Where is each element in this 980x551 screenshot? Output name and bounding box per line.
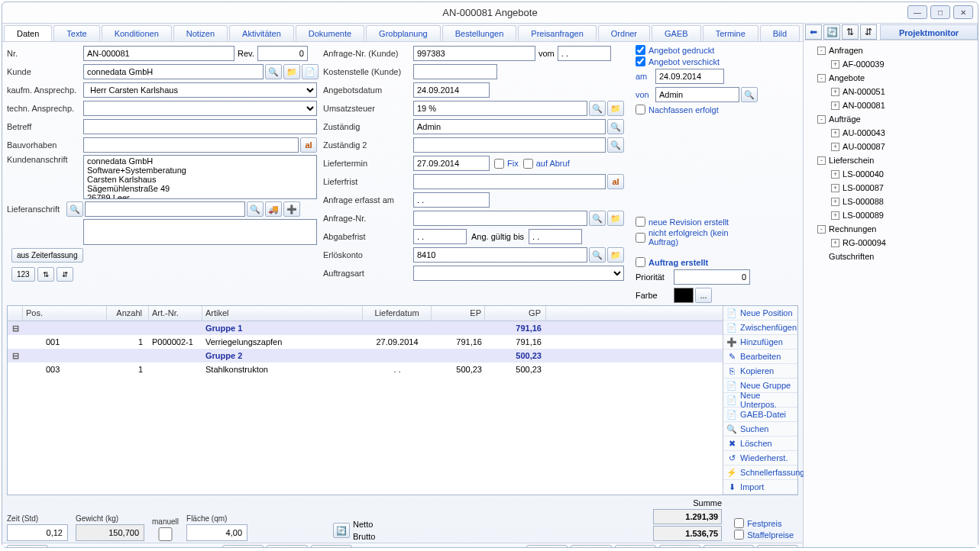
- tree-node[interactable]: -Angebote: [808, 71, 973, 85]
- tree-node[interactable]: +AF-000039: [808, 57, 973, 71]
- folder-icon4[interactable]: 📁: [607, 247, 624, 263]
- wiedervorlage-button[interactable]: 📅Wiedervorlage: [703, 545, 754, 547]
- search-icon5[interactable]: 🔍: [607, 137, 624, 153]
- grid-action-l-schen[interactable]: ✖Löschen: [723, 437, 797, 451]
- zeit-field[interactable]: [7, 524, 68, 541]
- lieferanschr-text[interactable]: [83, 219, 317, 245]
- anfragenr-field[interactable]: [413, 211, 587, 226]
- grid-action-schnellerfassung[interactable]: ⚡Schnellerfassung: [723, 466, 797, 480]
- angebot-gedruckt-checkbox[interactable]: [636, 45, 645, 55]
- aus-zeiterfassung-button[interactable]: aus Zeiterfassung: [11, 248, 83, 263]
- prioritaet-field[interactable]: [674, 269, 750, 285]
- minimize-button[interactable]: —: [907, 5, 927, 19]
- erloeskonto-field[interactable]: [413, 247, 587, 263]
- aufgabe-button[interactable]: 📅Aufgabe: [757, 545, 798, 547]
- grid-action-gaeb-datei[interactable]: 📄GAEB-Datei: [723, 408, 797, 422]
- anggueltig-field[interactable]: [529, 229, 582, 244]
- search-icon3[interactable]: 🔍: [589, 101, 606, 116]
- rev-field[interactable]: [257, 46, 308, 61]
- nachfassen-checkbox[interactable]: [636, 105, 645, 114]
- tree-node[interactable]: +LS-000040: [808, 167, 973, 181]
- manuell-checkbox[interactable]: [152, 527, 179, 541]
- text-icon2[interactable]: aI: [607, 174, 624, 189]
- ok-button[interactable]: ✔OK: [222, 545, 264, 547]
- add-icon[interactable]: ➕: [283, 201, 300, 217]
- auftrag-erstellt-checkbox[interactable]: [636, 257, 645, 267]
- liefertermin-field[interactable]: [413, 156, 490, 171]
- tab-texte[interactable]: Texte: [53, 25, 99, 41]
- tree-node[interactable]: +AU-000087: [808, 140, 973, 153]
- tab-aktivitäten[interactable]: Aktivitäten: [229, 25, 294, 41]
- kundanschr-field[interactable]: [83, 155, 317, 199]
- umsatzsteuer-field[interactable]: [413, 101, 587, 116]
- tab-grobplanung[interactable]: Grobplanung: [366, 25, 441, 41]
- grid-action-zwischenf-gen[interactable]: 📄Zwischenfügen: [723, 321, 797, 335]
- back-icon[interactable]: ⬅: [805, 24, 822, 40]
- new-icon[interactable]: 📄: [302, 64, 319, 79]
- grid-body[interactable]: ⊟Gruppe 1791,160011P000002-1Verriegelung…: [8, 321, 723, 495]
- folder-icon2[interactable]: 📁: [607, 101, 624, 116]
- grid-action-wiederherst-[interactable]: ↺Wiederherst.: [723, 451, 797, 466]
- aufabruf-checkbox[interactable]: [523, 159, 533, 169]
- drucken-button[interactable]: 🖨Drucken: [659, 545, 700, 547]
- grid-action-kopieren[interactable]: ⎘Kopieren: [723, 364, 797, 379]
- tree-node[interactable]: +LS-000088: [808, 195, 973, 208]
- close-button[interactable]: ✕: [953, 5, 973, 19]
- auftragsart-select[interactable]: [413, 266, 624, 281]
- tab-konditionen[interactable]: Konditionen: [102, 25, 172, 41]
- betreff-field[interactable]: [83, 119, 317, 134]
- kalkulation-button[interactable]: 📊Kalkulation: [526, 545, 568, 547]
- tree-node[interactable]: +LS-000087: [808, 181, 973, 195]
- abbrechen-button[interactable]: ✖Abbrechen: [267, 545, 308, 547]
- kostenstelle-field[interactable]: [413, 64, 497, 79]
- search-icon2[interactable]: 🔍: [247, 201, 264, 217]
- abgabefrist-field[interactable]: [413, 229, 467, 244]
- table-row[interactable]: 0031Stahlkonstrukton. .500,23500,23: [8, 362, 723, 376]
- gewicht-field[interactable]: [76, 524, 144, 541]
- angebot-verschickt-checkbox[interactable]: [636, 56, 645, 66]
- search-icon4[interactable]: 🔍: [607, 119, 624, 134]
- truck-icon[interactable]: 🚚: [265, 201, 282, 217]
- tab-bild[interactable]: Bild: [760, 25, 800, 41]
- tab-termine[interactable]: Termine: [703, 25, 758, 41]
- table-row[interactable]: ⊟Gruppe 2500,23: [8, 349, 723, 362]
- anfrage-erfasst-field[interactable]: [413, 192, 490, 208]
- tab-ordner[interactable]: Ordner: [598, 25, 650, 41]
- lieferanschr-field[interactable]: [85, 201, 245, 217]
- maximize-button[interactable]: □: [930, 5, 950, 19]
- neuerev-checkbox[interactable]: [636, 217, 645, 227]
- farbe-swatch[interactable]: [674, 288, 694, 303]
- tree-node[interactable]: -Lieferschein: [808, 153, 973, 167]
- folder-icon[interactable]: 📁: [283, 64, 300, 79]
- tab-bestellungen[interactable]: Bestellungen: [442, 25, 517, 41]
- tree1-icon[interactable]: ⇅: [842, 24, 859, 40]
- nichterfolgreich-checkbox[interactable]: [636, 233, 645, 243]
- fix-checkbox[interactable]: [494, 159, 504, 169]
- techn-select[interactable]: [83, 101, 317, 116]
- grid-action-bearbeiten[interactable]: ✎Bearbeiten: [723, 350, 797, 364]
- zusfelder-button[interactable]: 🗄Zus.Felder: [615, 545, 656, 547]
- project-tree[interactable]: -Anfragen+AF-000039-Angebote+AN-000051+A…: [804, 40, 978, 266]
- refresh-icon2[interactable]: 🔄: [823, 24, 840, 40]
- speichern-button[interactable]: 💾Speichern: [311, 545, 352, 547]
- btn-tree2[interactable]: ⇵: [57, 267, 73, 282]
- einkauf-button[interactable]: 🛒Einkauf: [571, 545, 612, 547]
- tab-notizen[interactable]: Notizen: [173, 25, 228, 41]
- grid-action-hinzuf-gen[interactable]: ➕Hinzufügen: [723, 335, 797, 350]
- search-icon[interactable]: 🔍: [265, 64, 282, 79]
- tab-preisanfragen[interactable]: Preisanfragen: [518, 25, 597, 41]
- btn-123[interactable]: 123: [11, 267, 35, 282]
- folder-icon3[interactable]: 📁: [607, 211, 624, 226]
- table-row[interactable]: ⊟Gruppe 1791,16: [8, 321, 723, 335]
- status-am-field[interactable]: [655, 69, 724, 84]
- bauvor-field[interactable]: [83, 137, 299, 153]
- btn-tree1[interactable]: ⇅: [37, 267, 54, 282]
- search-icon8[interactable]: 🔍: [741, 87, 758, 102]
- auftrag-button[interactable]: 📄Auftrag: [7, 545, 48, 547]
- tree-node[interactable]: +AN-000081: [808, 98, 973, 112]
- search-icon6[interactable]: 🔍: [589, 211, 606, 226]
- zustandig-field[interactable]: [413, 119, 606, 134]
- farbe-pick-button[interactable]: ...: [695, 288, 712, 303]
- text-icon[interactable]: aI: [300, 137, 317, 153]
- festpreis-checkbox[interactable]: [734, 518, 744, 528]
